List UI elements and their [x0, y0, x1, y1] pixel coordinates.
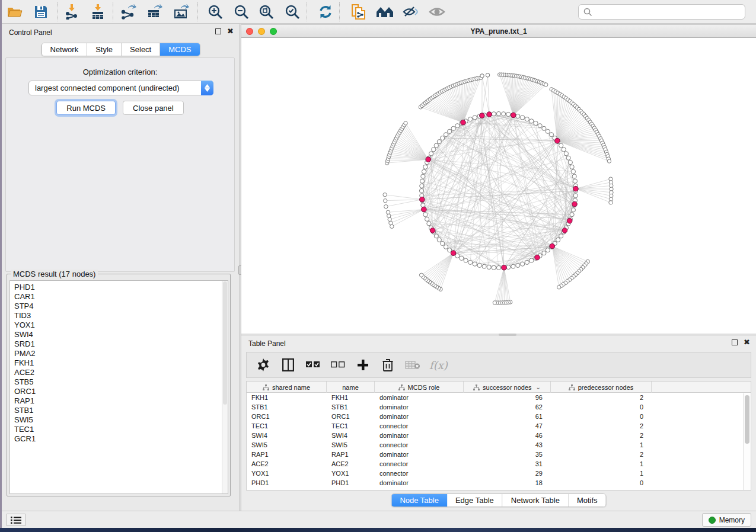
table-cell[interactable]: SWI5 — [247, 441, 327, 448]
table-row[interactable]: RAP1RAP1dominator352 — [247, 450, 751, 459]
table-cell[interactable]: dominator — [375, 403, 464, 411]
table-cell[interactable]: dominator — [375, 479, 464, 486]
table-cell[interactable]: 2 — [551, 451, 652, 458]
table-row[interactable]: YOX1YOX1connector291 — [247, 469, 751, 478]
mcds-result-list[interactable]: PHD1CAR1STP4TID3YOX1SWI4SRD1PMA2FKH1ACE2… — [9, 280, 228, 494]
table-cell[interactable]: dominator — [375, 451, 464, 458]
hide-selected-icon[interactable] — [400, 2, 422, 21]
table-cell[interactable]: 96 — [464, 394, 551, 401]
task-history-button[interactable] — [7, 514, 25, 526]
column-header-shared-name[interactable]: shared name — [247, 382, 327, 393]
table-cell[interactable]: YOX1 — [247, 470, 327, 477]
refresh-icon[interactable] — [314, 2, 337, 21]
select-all-icon[interactable] — [305, 357, 321, 373]
optimization-criterion-select[interactable]: largest connected component (undirected) — [28, 81, 213, 95]
list-item[interactable]: SWI4 — [14, 330, 228, 339]
table-cell[interactable]: STB1 — [247, 403, 327, 411]
list-item[interactable]: FKH1 — [14, 358, 228, 368]
table-row[interactable]: SWI4SWI4dominator462 — [247, 431, 751, 440]
table-cell[interactable]: PHD1 — [327, 479, 375, 486]
table-cell[interactable]: ORC1 — [327, 413, 375, 420]
column-header-mcds-role[interactable]: MCDS role — [375, 382, 464, 393]
copy-network-icon[interactable] — [347, 2, 370, 21]
column-header-successor-nodes[interactable]: successor nodes ⌄ — [464, 382, 551, 393]
table-cell[interactable]: YOX1 — [327, 470, 375, 477]
tab-node-table[interactable]: Node Table — [391, 494, 447, 507]
table-cell[interactable]: FKH1 — [327, 394, 375, 401]
list-item[interactable]: STB5 — [14, 377, 228, 387]
list-item[interactable]: ORC1 — [14, 387, 228, 396]
table-cell[interactable]: ACE2 — [327, 460, 375, 467]
table-cell[interactable]: dominator — [375, 413, 464, 420]
window-close-icon[interactable] — [246, 28, 253, 35]
list-item[interactable]: SWI5 — [14, 415, 228, 425]
table-cell[interactable]: ACE2 — [247, 460, 327, 467]
table-cell[interactable]: 2 — [551, 432, 652, 439]
table-row[interactable]: SWI5SWI5connector431 — [247, 440, 751, 450]
table-cell[interactable]: TEC1 — [247, 422, 327, 430]
table-cell[interactable]: 0 — [551, 403, 652, 411]
tab-style[interactable]: Style — [87, 43, 122, 56]
table-row[interactable]: ACE2ACE2connector311 — [247, 459, 751, 469]
table-cell[interactable]: FKH1 — [247, 394, 327, 401]
tab-mcds[interactable]: MCDS — [160, 43, 199, 56]
list-item[interactable]: TID3 — [14, 311, 228, 321]
list-item[interactable]: SRD1 — [14, 339, 228, 349]
table-cell[interactable]: connector — [375, 441, 464, 448]
tab-network[interactable]: Network — [42, 43, 87, 56]
table-row[interactable]: STB1STB1dominator620 — [247, 402, 751, 412]
table-cell[interactable]: 35 — [464, 451, 551, 458]
delete-table-icon[interactable] — [404, 357, 421, 373]
table-cell[interactable]: STB1 — [327, 403, 375, 411]
close-panel-button[interactable]: Close panel — [123, 101, 184, 115]
unselect-all-icon[interactable] — [330, 357, 346, 373]
window-minimize-icon[interactable] — [258, 28, 265, 35]
export-table-icon[interactable] — [143, 2, 166, 21]
table-cell[interactable]: 2 — [551, 422, 652, 430]
list-item[interactable]: PMA2 — [14, 349, 228, 358]
list-item[interactable]: CAR1 — [14, 292, 228, 302]
export-image-icon[interactable] — [170, 2, 193, 21]
tab-select[interactable]: Select — [122, 43, 160, 56]
float-panel-icon[interactable] — [215, 28, 221, 34]
table-cell[interactable]: 1 — [551, 441, 652, 448]
table-cell[interactable]: 0 — [551, 479, 652, 486]
table-cell[interactable]: dominator — [375, 394, 464, 401]
import-network-icon[interactable] — [60, 2, 83, 21]
column-header-predecessor-nodes[interactable]: predecessor nodes — [551, 382, 652, 393]
table-cell[interactable]: 29 — [464, 470, 551, 477]
sort-chevron-icon[interactable]: ⌄ — [536, 384, 541, 390]
import-table-icon[interactable] — [87, 2, 109, 21]
table-row[interactable]: TEC1TEC1connector472 — [247, 421, 751, 431]
table-cell[interactable]: RAP1 — [247, 451, 327, 458]
table-row[interactable]: ORC1ORC1dominator610 — [247, 412, 751, 421]
table-cell[interactable]: RAP1 — [327, 451, 375, 458]
table-cell[interactable]: connector — [375, 470, 464, 477]
table-row[interactable]: PHD1PHD1dominator180 — [247, 478, 751, 488]
result-list-scrollbar[interactable] — [222, 281, 228, 493]
table-cell[interactable]: 0 — [551, 413, 652, 420]
list-item[interactable]: YOX1 — [14, 321, 228, 330]
table-cell[interactable]: PHD1 — [247, 479, 327, 486]
list-item[interactable]: RAP1 — [14, 396, 228, 406]
table-row[interactable]: FKH1FKH1dominator962 — [247, 393, 751, 402]
table-cell[interactable]: connector — [375, 460, 464, 467]
list-item[interactable]: STP4 — [14, 302, 228, 311]
table-cell[interactable]: SWI5 — [327, 441, 375, 448]
table-cell[interactable]: ORC1 — [247, 413, 327, 420]
table-cell[interactable]: 43 — [464, 441, 551, 448]
function-builder-icon[interactable]: f(x) — [429, 359, 448, 371]
list-item[interactable]: ACE2 — [14, 368, 228, 377]
table-scrollbar[interactable] — [743, 393, 750, 490]
search-box[interactable] — [578, 4, 745, 20]
table-cell[interactable]: 1 — [551, 470, 652, 477]
tab-network-table[interactable]: Network Table — [503, 494, 569, 507]
list-item[interactable]: TEC1 — [14, 425, 228, 434]
tab-edge-table[interactable]: Edge Table — [447, 494, 503, 507]
network-window-titlebar[interactable]: YPA_prune.txt_1 — [241, 24, 756, 38]
float-panel-icon[interactable] — [732, 339, 738, 345]
network-canvas[interactable] — [241, 38, 756, 334]
close-panel-icon[interactable]: ✖ — [227, 28, 234, 34]
first-neighbors-icon[interactable] — [374, 2, 396, 21]
show-all-icon[interactable] — [426, 2, 448, 21]
